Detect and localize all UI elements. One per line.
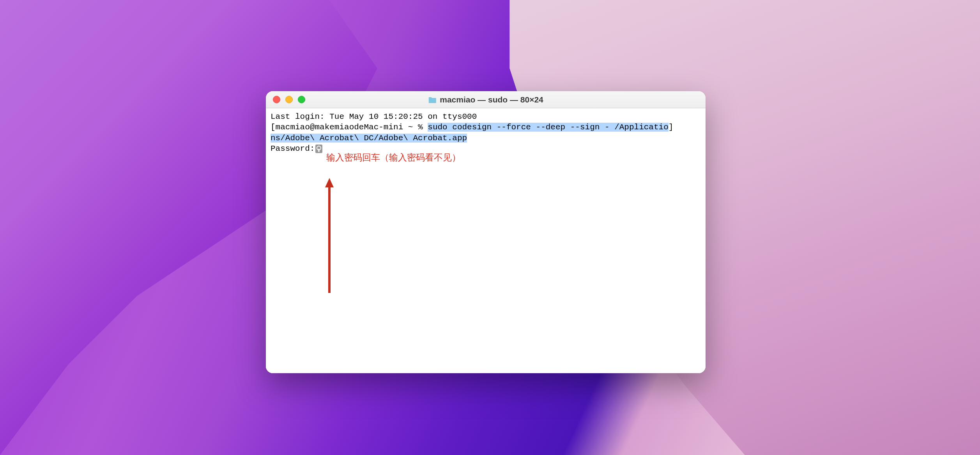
last-login-line: Last login: Tue May 10 15:20:25 on ttys0…	[271, 111, 701, 122]
svg-marker-1	[325, 178, 334, 187]
command-text-line2: ns/Adobe\ Acrobat\ DC/Adobe\ Acrobat.app	[271, 134, 467, 143]
window-title-text: macmiao — sudo — 80×24	[440, 95, 543, 104]
folder-icon	[428, 96, 437, 103]
annotation-arrow-icon	[324, 157, 335, 305]
maximize-button[interactable]	[298, 96, 305, 103]
close-button[interactable]	[273, 96, 280, 103]
command-text-line1: sudo codesign --force --deep --sign - /A…	[428, 123, 669, 132]
prompt-bracket: [	[271, 123, 276, 132]
terminal-content-area[interactable]: Last login: Tue May 10 15:20:25 on ttys0…	[266, 108, 706, 373]
password-prompt: Password:	[271, 144, 315, 153]
window-traffic-lights	[273, 96, 305, 103]
terminal-window[interactable]: macmiao — sudo — 80×24 Last login: Tue M…	[266, 91, 706, 373]
annotation-text: 输入密码回车（输入密码看不见）	[326, 152, 461, 164]
minimize-button[interactable]	[285, 96, 293, 103]
window-title-bar[interactable]: macmiao — sudo — 80×24	[266, 91, 706, 108]
shell-prompt: macmiao@makemiaodeMac-mini ~ %	[276, 123, 428, 132]
window-title: macmiao — sudo — 80×24	[428, 95, 543, 104]
prompt-bracket-close: ]	[669, 123, 674, 132]
key-icon	[315, 145, 322, 153]
